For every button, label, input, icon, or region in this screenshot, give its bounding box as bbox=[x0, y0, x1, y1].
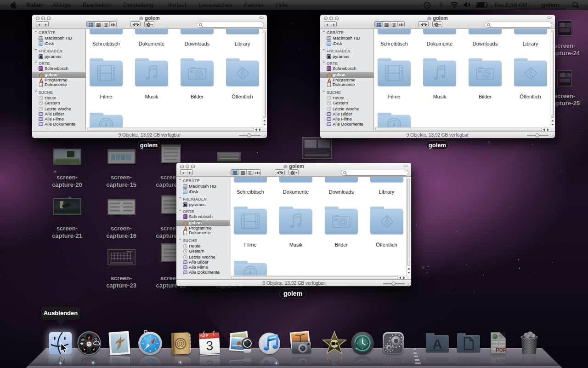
svg-text:@: @ bbox=[81, 338, 85, 342]
